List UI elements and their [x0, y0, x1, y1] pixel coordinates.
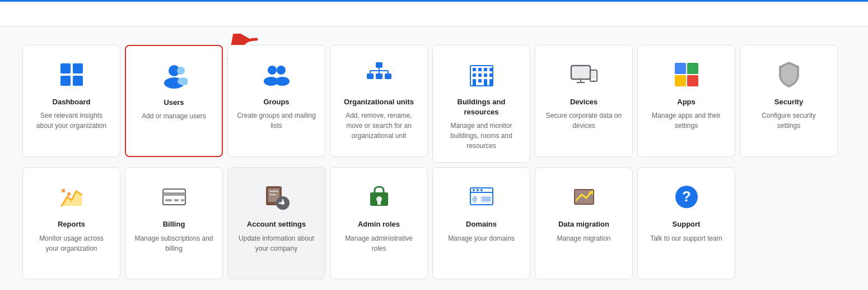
- dashboard-desc: See relevant insights about your organiz…: [32, 111, 111, 131]
- svg-rect-35: [572, 67, 589, 78]
- buildings-icon: [466, 59, 497, 90]
- org-units-title: Organizational units: [344, 97, 414, 107]
- svg-rect-29: [489, 73, 493, 77]
- svg-rect-41: [675, 63, 686, 74]
- card-billing[interactable]: BillingManage subscriptions and billing: [125, 167, 223, 279]
- admin-roles-title: Admin roles: [358, 219, 400, 229]
- svg-rect-32: [484, 79, 487, 86]
- reports-title: Reports: [58, 219, 85, 229]
- apps-title: Apps: [677, 97, 696, 107]
- svg-text:?: ?: [682, 188, 691, 205]
- svg-rect-1: [73, 63, 83, 73]
- svg-text:@: @: [473, 195, 477, 203]
- account-settings-icon: [261, 181, 292, 213]
- dashboard-icon: [56, 59, 87, 90]
- card-apps[interactable]: AppsManage apps and their settings: [637, 45, 735, 157]
- svg-rect-48: [67, 192, 71, 196]
- card-buildings[interactable]: Buildings and resourcesManage and monito…: [432, 45, 530, 163]
- security-title: Security: [774, 97, 803, 107]
- org-units-desc: Add, remove, rename, move or search for …: [339, 111, 418, 141]
- card-data-migration[interactable]: Data migrationManage migration: [535, 167, 633, 279]
- devices-icon: [568, 59, 600, 90]
- groups-title: Groups: [263, 97, 289, 107]
- card-reports[interactable]: ReportsMonitor usage across your organiz…: [22, 167, 120, 279]
- domains-icon: @: [466, 181, 497, 213]
- org-units-icon: [363, 59, 395, 90]
- svg-rect-16: [385, 73, 391, 79]
- grid-row-2: ReportsMonitor usage across your organiz…: [22, 167, 846, 279]
- svg-rect-27: [478, 73, 482, 77]
- card-groups[interactable]: GroupsCreate groups and mailing lists: [227, 45, 325, 157]
- svg-point-40: [593, 80, 594, 81]
- svg-rect-43: [675, 75, 686, 86]
- card-org-units[interactable]: Organizational unitsAdd, remove, rename,…: [330, 45, 428, 157]
- security-icon: [773, 59, 805, 90]
- security-desc: Configure security settings: [749, 111, 828, 131]
- reports-desc: Monitor usage across your organization: [32, 233, 111, 254]
- svg-point-66: [477, 189, 479, 191]
- domains-title: Domains: [466, 219, 497, 229]
- svg-rect-13: [376, 62, 382, 68]
- support-title: Support: [673, 219, 701, 229]
- users-desc: Add or manage users: [142, 111, 206, 121]
- support-desc: Talk to our support team: [650, 233, 722, 243]
- svg-rect-14: [367, 73, 374, 79]
- card-domains[interactable]: @ DomainsManage your domains: [432, 167, 530, 279]
- card-security[interactable]: SecurityConfigure security settings: [740, 45, 838, 157]
- grid-row-1: DashboardSee relevant insights about you…: [22, 45, 846, 163]
- reports-icon: [56, 181, 87, 213]
- svg-rect-42: [687, 63, 698, 74]
- devices-desc: Secure corporate data on devices: [544, 111, 623, 131]
- account-settings-title: Account settings: [247, 219, 306, 229]
- top-bar: [0, 0, 868, 27]
- account-settings-desc: Update information about your company: [237, 233, 316, 254]
- svg-rect-25: [489, 68, 493, 71]
- svg-rect-52: [174, 199, 179, 201]
- svg-rect-59: [269, 194, 276, 195]
- apps-icon: [671, 59, 702, 90]
- dashboard-title: Dashboard: [53, 97, 91, 107]
- svg-rect-51: [165, 199, 172, 201]
- card-admin-roles[interactable]: Admin rolesManage administrative roles: [330, 167, 428, 279]
- data-migration-icon: [568, 181, 600, 213]
- card-support[interactable]: ? SupportTalk to our support team: [637, 167, 735, 279]
- svg-rect-2: [60, 76, 71, 86]
- card-account-settings[interactable]: Account settingsUpdate information about…: [227, 167, 325, 279]
- svg-rect-22: [473, 68, 476, 71]
- svg-rect-15: [376, 73, 382, 79]
- svg-rect-24: [484, 68, 487, 71]
- svg-point-10: [277, 66, 286, 75]
- svg-point-9: [268, 66, 277, 75]
- admin-roles-icon: [363, 181, 395, 213]
- svg-rect-28: [484, 73, 487, 77]
- svg-rect-49: [163, 189, 185, 205]
- card-users[interactable]: UsersAdd or manage users: [125, 45, 223, 157]
- svg-rect-62: [377, 201, 381, 205]
- svg-rect-47: [62, 189, 65, 192]
- card-dashboard[interactable]: DashboardSee relevant insights about you…: [22, 45, 120, 157]
- apps-desc: Manage apps and their settings: [647, 111, 726, 131]
- buildings-desc: Manage and monitor buildings, rooms and …: [442, 121, 521, 151]
- svg-rect-31: [478, 79, 482, 82]
- devices-title: Devices: [570, 97, 598, 107]
- groups-icon: [261, 59, 292, 90]
- card-devices[interactable]: DevicesSecure corporate data on devices: [535, 45, 633, 157]
- svg-rect-39: [591, 71, 596, 79]
- svg-rect-58: [269, 191, 278, 192]
- svg-rect-23: [478, 68, 482, 71]
- domains-desc: Manage your domains: [448, 233, 515, 243]
- svg-rect-0: [60, 63, 71, 73]
- data-migration-desc: Manage migration: [557, 233, 610, 243]
- svg-point-6: [177, 67, 185, 75]
- svg-rect-44: [687, 75, 698, 86]
- data-migration-title: Data migration: [558, 219, 609, 229]
- billing-desc: Manage subscriptions and billing: [134, 233, 213, 254]
- svg-rect-53: [181, 199, 184, 201]
- admin-roles-desc: Manage administrative roles: [339, 233, 418, 254]
- billing-icon: [158, 181, 190, 213]
- svg-point-65: [473, 189, 475, 191]
- billing-title: Billing: [163, 219, 185, 229]
- main-content: DashboardSee relevant insights about you…: [0, 27, 868, 290]
- svg-rect-50: [163, 192, 185, 196]
- support-icon: ?: [671, 181, 702, 213]
